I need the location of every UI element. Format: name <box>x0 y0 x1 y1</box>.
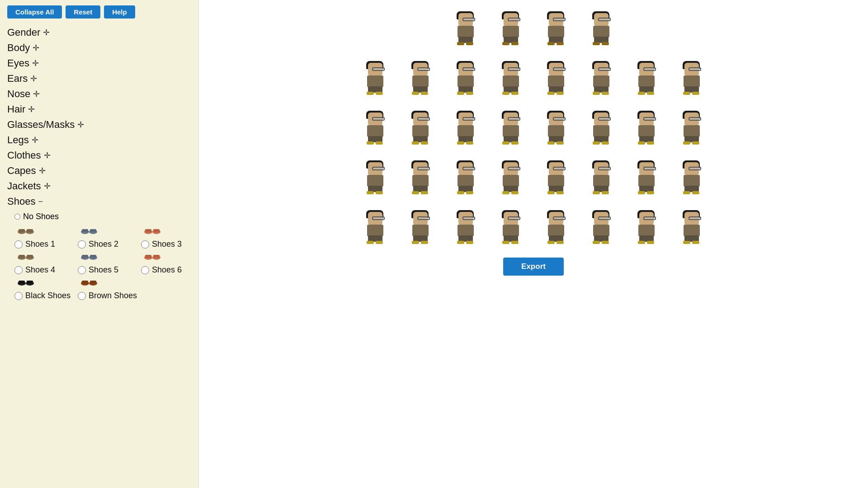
sprite-body <box>548 75 564 87</box>
nav-item-clothes[interactable]: Clothes ✛ <box>7 148 191 163</box>
sprite-shoe-right <box>692 241 699 244</box>
sprite-shoes <box>593 42 610 46</box>
sprite-body <box>548 125 564 137</box>
shoes1-radio[interactable] <box>14 240 23 249</box>
sprite-cell <box>402 158 439 199</box>
export-button[interactable]: Export <box>503 258 564 276</box>
sprite-shoe-left <box>547 141 555 145</box>
shoes4-radio[interactable] <box>14 266 23 274</box>
sprite-cell <box>448 9 484 50</box>
nav-item-nose[interactable]: Nose ✛ <box>7 86 191 102</box>
sprite-glasses <box>689 117 701 121</box>
brown-shoes-radio[interactable] <box>78 292 86 300</box>
collapse-all-button[interactable]: Collapse All <box>7 5 62 19</box>
sprite-glasses <box>689 167 701 170</box>
sprite-shoes <box>502 141 519 145</box>
sprite-body <box>458 225 474 236</box>
sprite-head <box>413 212 428 225</box>
sprite-shoes <box>638 191 655 195</box>
sprite-cell <box>493 59 529 99</box>
nav-item-eyes[interactable]: Eyes ✛ <box>7 56 191 71</box>
sprite-shoe-right <box>602 241 609 244</box>
sprite-shoe-left <box>457 141 464 145</box>
sprite-shoe-right <box>602 42 609 45</box>
sprite-cell <box>628 158 665 199</box>
help-button[interactable]: Help <box>104 5 135 19</box>
sprite-head <box>684 162 699 175</box>
nav-item-hair[interactable]: Hair ✛ <box>7 102 191 117</box>
sprite-shoes <box>412 141 429 145</box>
sprite-glasses <box>689 67 701 71</box>
sprite-glasses <box>417 216 430 220</box>
sprite-head <box>594 13 609 26</box>
nav-item-shoes[interactable]: Shoes − <box>7 194 191 209</box>
sprite-head <box>368 162 382 175</box>
sprite-figure <box>545 63 567 95</box>
sprite-glasses <box>643 167 656 170</box>
sprite-figure <box>545 113 567 145</box>
shoes6-radio[interactable] <box>141 266 149 274</box>
shoes4-icon <box>17 252 35 263</box>
sprite-shoes <box>367 92 384 95</box>
nav-item-jackets[interactable]: Jackets ✛ <box>7 178 191 194</box>
sprite-shoe-right <box>557 191 564 194</box>
sprite-glasses <box>462 216 475 220</box>
sprite-figure <box>636 63 657 95</box>
sprite-head <box>684 113 699 125</box>
sprite-shoe-left <box>457 92 464 95</box>
sprite-shoes <box>638 241 655 244</box>
sprite-figure <box>455 63 476 95</box>
nav-item-capes[interactable]: Capes ✛ <box>7 163 191 178</box>
sprite-shoe-left <box>412 141 419 145</box>
sprite-figure <box>590 63 612 95</box>
sprite-figure <box>364 113 386 145</box>
sprite-shoes <box>593 191 610 195</box>
shoes-panel: No Shoes Shoes 1 <box>7 209 191 306</box>
sprite-glasses <box>462 67 475 71</box>
sprite-shoes <box>547 241 565 244</box>
sprite-shoe-right <box>466 42 473 45</box>
expand-icon: ✛ <box>39 166 46 176</box>
shoe-option-black-shoes: Black Shoes <box>14 277 78 300</box>
sprite-glasses <box>508 67 520 71</box>
shoes6-label: Shoes 6 <box>152 265 182 275</box>
nav-item-body[interactable]: Body ✛ <box>7 40 191 56</box>
sprite-cell <box>583 9 619 50</box>
nav-item-legs[interactable]: Legs ✛ <box>7 132 191 148</box>
sprite-shoe-right <box>557 141 564 145</box>
no-shoes-option[interactable]: No Shoes <box>14 212 191 221</box>
sprite-head <box>504 212 518 225</box>
sprite-body <box>367 75 383 87</box>
sprite-body <box>638 75 655 87</box>
black-shoes-radio[interactable] <box>14 292 23 300</box>
shoe-option-shoes4: Shoes 4 <box>14 252 78 275</box>
sprite-figure <box>455 162 476 195</box>
shoes2-radio[interactable] <box>78 240 86 249</box>
sprite-glasses <box>643 67 656 71</box>
nav-item-glasses-masks[interactable]: Glasses/Masks ✛ <box>7 117 191 132</box>
reset-button[interactable]: Reset <box>66 5 100 19</box>
sprite-cell <box>674 158 710 199</box>
shoes5-radio[interactable] <box>78 266 86 274</box>
sprite-glasses <box>372 216 385 220</box>
sprite-shoe-left <box>367 241 374 244</box>
sprite-figure <box>500 212 522 244</box>
sprite-body <box>593 75 609 87</box>
nav-item-ears[interactable]: Ears ✛ <box>7 71 191 86</box>
sprite-body <box>503 75 519 87</box>
no-shoes-radio[interactable] <box>14 214 20 220</box>
shoes3-radio[interactable] <box>141 240 149 249</box>
sprite-glasses <box>598 67 611 71</box>
sprite-glasses <box>598 117 611 121</box>
sprite-cell <box>357 208 393 249</box>
sprite-head <box>504 13 518 26</box>
sprite-head <box>368 63 382 75</box>
sprite-figure <box>590 113 612 145</box>
sprite-shoe-left <box>412 92 419 95</box>
sprite-shoe-left <box>593 42 600 45</box>
nav-item-gender[interactable]: Gender ✛ <box>7 25 191 40</box>
sprite-body <box>548 175 564 187</box>
expand-icon: ✛ <box>43 28 50 38</box>
sprite-figure <box>681 212 703 244</box>
sprite-shoe-right <box>511 191 519 194</box>
